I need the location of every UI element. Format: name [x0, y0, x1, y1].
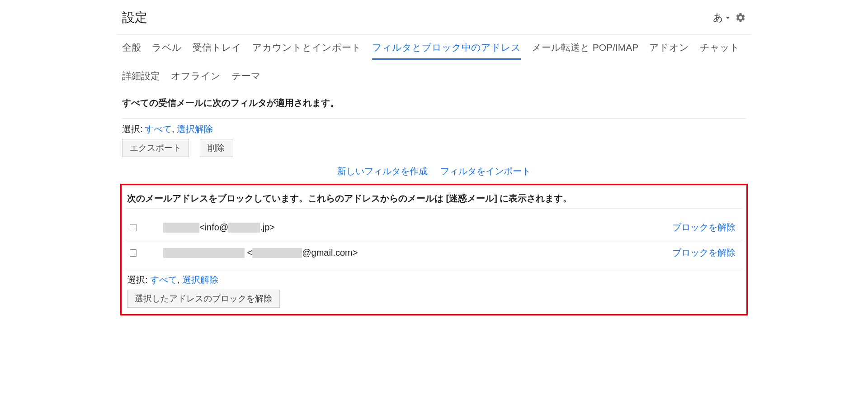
filter-action-links: 新しいフィルタを作成 フィルタをインポート: [122, 165, 746, 177]
settings-page: 設定 あ 全般 ラベル 受信トレイ アカウントとインポート フィルタとブロック中…: [118, 0, 750, 334]
unblock-link[interactable]: ブロックを解除: [672, 221, 736, 234]
import-filters-link[interactable]: フィルタをインポート: [440, 165, 531, 177]
bulk-unblock-button[interactable]: 選択したアドレスのブロックを解除: [127, 290, 280, 308]
divider: [122, 118, 746, 119]
tab-addons[interactable]: アドオン: [649, 41, 689, 60]
blocked-list: <info@.jp> ブロックを解除 <@gmail.com> ブロックを解除: [125, 215, 743, 265]
select-none-link[interactable]: 選択解除: [182, 275, 218, 285]
tab-accounts-import[interactable]: アカウントとインポート: [252, 41, 361, 60]
select-none-link[interactable]: 選択解除: [177, 124, 213, 134]
comma: ,: [172, 124, 177, 134]
filters-heading: すべての受信メールに次のフィルタが適用されます。: [122, 97, 746, 109]
email-fragment: <info@: [199, 222, 228, 232]
blocked-row: <info@.jp> ブロックを解除: [125, 215, 743, 240]
filters-button-row: エクスポート 削除: [122, 139, 746, 157]
filters-section: すべての受信メールに次のフィルタが適用されます。 選択: すべて, 選択解除 エ…: [118, 87, 750, 177]
blocked-addresses-section: 次のメールアドレスをブロックしています。これらのアドレスからのメールは [迷惑メ…: [120, 184, 748, 315]
select-label: 選択:: [127, 275, 148, 285]
header-actions: あ: [713, 11, 746, 24]
comma: ,: [177, 275, 182, 285]
blocked-row-checkbox[interactable]: [130, 224, 137, 231]
divider: [125, 208, 743, 209]
gear-icon[interactable]: [735, 12, 746, 23]
divider: [125, 269, 743, 269]
redacted-local: [252, 248, 302, 258]
select-all-link[interactable]: すべて: [150, 275, 177, 285]
delete-button[interactable]: 削除: [200, 139, 232, 157]
redacted-name: [163, 223, 199, 233]
tab-filters-blocked[interactable]: フィルタとブロック中のアドレス: [372, 41, 521, 60]
tab-themes[interactable]: テーマ: [231, 70, 261, 87]
caret-down-icon[interactable]: [726, 17, 730, 19]
export-button[interactable]: エクスポート: [122, 139, 189, 157]
email-fragment: <: [247, 248, 253, 258]
create-filter-link[interactable]: 新しいフィルタを作成: [337, 165, 428, 177]
tab-advanced[interactable]: 詳細設定: [122, 70, 160, 87]
blocked-address: <info@.jp>: [163, 222, 275, 233]
select-label: 選択:: [122, 124, 143, 134]
tab-general[interactable]: 全般: [122, 41, 141, 60]
email-fragment: .jp>: [260, 222, 275, 232]
tab-forwarding-pop-imap[interactable]: メール転送と POP/IMAP: [532, 41, 638, 60]
blocked-address: <@gmail.com>: [163, 248, 358, 258]
tab-labels[interactable]: ラベル: [152, 41, 182, 60]
unblock-link[interactable]: ブロックを解除: [672, 247, 736, 259]
tab-chat[interactable]: チャット: [700, 41, 740, 60]
tab-offline[interactable]: オフライン: [171, 70, 221, 87]
tab-inbox[interactable]: 受信トレイ: [193, 41, 241, 60]
blocked-row: <@gmail.com> ブロックを解除: [125, 240, 743, 265]
settings-tabs: 全般 ラベル 受信トレイ アカウントとインポート フィルタとブロック中のアドレス…: [118, 35, 750, 87]
email-fragment: @gmail.com>: [302, 248, 358, 258]
page-title: 設定: [122, 9, 147, 26]
blocked-heading: 次のメールアドレスをブロックしています。これらのアドレスからのメールは [迷惑メ…: [127, 192, 741, 205]
blocked-select-row: 選択: すべて, 選択解除: [127, 274, 741, 286]
redacted-domain: [228, 223, 260, 233]
page-header: 設定 あ: [118, 9, 750, 35]
redacted-name: [163, 248, 245, 258]
blocked-row-checkbox[interactable]: [130, 249, 137, 257]
select-all-link[interactable]: すべて: [145, 124, 172, 134]
filters-select-row: 選択: すべて, 選択解除: [122, 123, 746, 135]
input-method-indicator[interactable]: あ: [713, 11, 723, 24]
